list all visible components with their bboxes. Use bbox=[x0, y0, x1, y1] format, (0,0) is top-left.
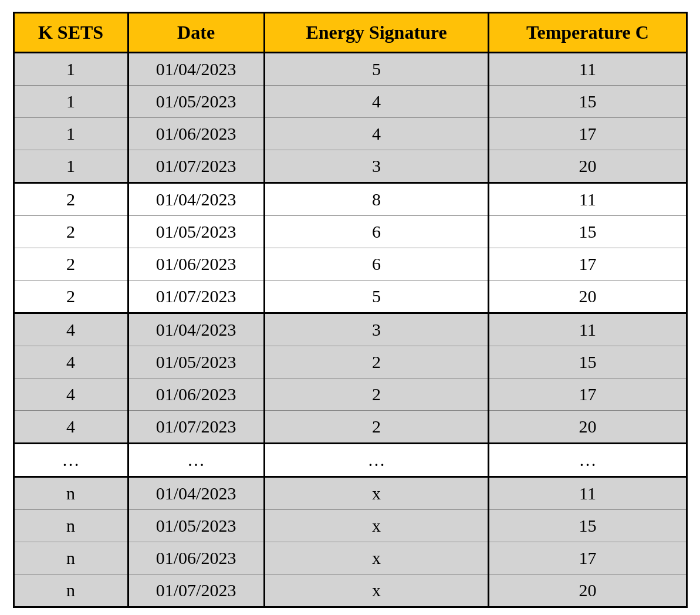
cell-temp: 20 bbox=[489, 411, 687, 444]
table-row: 401/05/2023215 bbox=[13, 346, 687, 379]
cell-energy: 8 bbox=[264, 183, 489, 216]
table-row: 401/04/2023311 bbox=[13, 313, 687, 346]
cell-energy: 5 bbox=[264, 281, 489, 313]
cell-date: 01/05/2023 bbox=[128, 86, 264, 118]
cell-energy: 3 bbox=[264, 313, 489, 346]
cell-energy: 4 bbox=[264, 86, 489, 118]
table-row: 201/07/2023520 bbox=[13, 281, 687, 313]
cell-temp: 17 bbox=[489, 248, 687, 281]
cell-ksets: 4 bbox=[13, 313, 128, 346]
cell-energy: 6 bbox=[264, 216, 489, 248]
cell-temp: 15 bbox=[489, 216, 687, 248]
cell-ksets: 4 bbox=[13, 346, 128, 379]
cell-date: 01/04/2023 bbox=[128, 53, 264, 86]
cell-energy: 2 bbox=[264, 411, 489, 444]
cell-date: 01/04/2023 bbox=[128, 183, 264, 216]
cell-energy: 5 bbox=[264, 53, 489, 86]
header-row: K SETS Date Energy Signature Temperature… bbox=[13, 13, 687, 53]
cell-ksets: 2 bbox=[13, 183, 128, 216]
table-row: 201/04/2023811 bbox=[13, 183, 687, 216]
cell-ksets: 1 bbox=[13, 53, 128, 86]
cell-temp: 11 bbox=[489, 53, 687, 86]
table-row: 201/05/2023615 bbox=[13, 216, 687, 248]
header-temp: Temperature C bbox=[489, 13, 687, 53]
cell-temp: 17 bbox=[489, 379, 687, 411]
cell-temp: 15 bbox=[489, 86, 687, 118]
cell-date: 01/06/2023 bbox=[128, 379, 264, 411]
table-row: n01/07/2023x20 bbox=[13, 575, 687, 607]
cell-energy: 2 bbox=[264, 379, 489, 411]
data-table: K SETS Date Energy Signature Temperature… bbox=[13, 12, 688, 608]
cell-energy: 2 bbox=[264, 346, 489, 379]
table-row: 401/06/2023217 bbox=[13, 379, 687, 411]
cell-energy: x bbox=[264, 477, 489, 510]
cell-date: 01/04/2023 bbox=[128, 313, 264, 346]
cell-date: 01/05/2023 bbox=[128, 346, 264, 379]
cell-temp: 20 bbox=[489, 575, 687, 607]
cell-temp: 11 bbox=[489, 477, 687, 510]
cell-temp: 11 bbox=[489, 183, 687, 216]
table-row: 101/07/2023320 bbox=[13, 150, 687, 183]
cell-date: … bbox=[128, 444, 264, 477]
cell-ksets: n bbox=[13, 477, 128, 510]
cell-ksets: 1 bbox=[13, 150, 128, 183]
cell-energy: x bbox=[264, 542, 489, 575]
cell-energy: 3 bbox=[264, 150, 489, 183]
main-container: K SETS Date Energy Signature Temperature… bbox=[13, 12, 688, 608]
table-row: n01/06/2023x17 bbox=[13, 542, 687, 575]
cell-energy: x bbox=[264, 510, 489, 542]
cell-date: 01/06/2023 bbox=[128, 248, 264, 281]
cell-ksets: n bbox=[13, 542, 128, 575]
cell-ksets: 1 bbox=[13, 86, 128, 118]
cell-date: 01/07/2023 bbox=[128, 281, 264, 313]
cell-temp: 11 bbox=[489, 313, 687, 346]
cell-energy: 6 bbox=[264, 248, 489, 281]
cell-date: 01/07/2023 bbox=[128, 411, 264, 444]
cell-date: 01/07/2023 bbox=[128, 150, 264, 183]
cell-energy: x bbox=[264, 575, 489, 607]
header-energy: Energy Signature bbox=[264, 13, 489, 53]
cell-ksets: 2 bbox=[13, 248, 128, 281]
header-ksets: K SETS bbox=[13, 13, 128, 53]
table-row: 101/05/2023415 bbox=[13, 86, 687, 118]
table-row: n01/04/2023x11 bbox=[13, 477, 687, 510]
cell-ksets: 4 bbox=[13, 379, 128, 411]
cell-ksets: 4 bbox=[13, 411, 128, 444]
cell-temp: 17 bbox=[489, 542, 687, 575]
cell-temp: 15 bbox=[489, 510, 687, 542]
cell-ksets: 2 bbox=[13, 216, 128, 248]
cell-temp: … bbox=[489, 444, 687, 477]
cell-date: 01/05/2023 bbox=[128, 510, 264, 542]
header-date: Date bbox=[128, 13, 264, 53]
cell-temp: 17 bbox=[489, 118, 687, 150]
table-row: 101/04/2023511 bbox=[13, 53, 687, 86]
cell-date: 01/05/2023 bbox=[128, 216, 264, 248]
cell-ksets: … bbox=[13, 444, 128, 477]
cell-date: 01/06/2023 bbox=[128, 542, 264, 575]
table-row: n01/05/2023x15 bbox=[13, 510, 687, 542]
cell-temp: 20 bbox=[489, 150, 687, 183]
table-row: 401/07/2023220 bbox=[13, 411, 687, 444]
cell-ksets: 1 bbox=[13, 118, 128, 150]
cell-date: 01/07/2023 bbox=[128, 575, 264, 607]
cell-ksets: n bbox=[13, 510, 128, 542]
cell-ksets: 2 bbox=[13, 281, 128, 313]
cell-temp: 15 bbox=[489, 346, 687, 379]
cell-energy: 4 bbox=[264, 118, 489, 150]
table-row: 101/06/2023417 bbox=[13, 118, 687, 150]
cell-temp: 20 bbox=[489, 281, 687, 313]
cell-energy: … bbox=[264, 444, 489, 477]
cell-ksets: n bbox=[13, 575, 128, 607]
cell-date: 01/04/2023 bbox=[128, 477, 264, 510]
cell-date: 01/06/2023 bbox=[128, 118, 264, 150]
table-row: 201/06/2023617 bbox=[13, 248, 687, 281]
table-row: ………… bbox=[13, 444, 687, 477]
